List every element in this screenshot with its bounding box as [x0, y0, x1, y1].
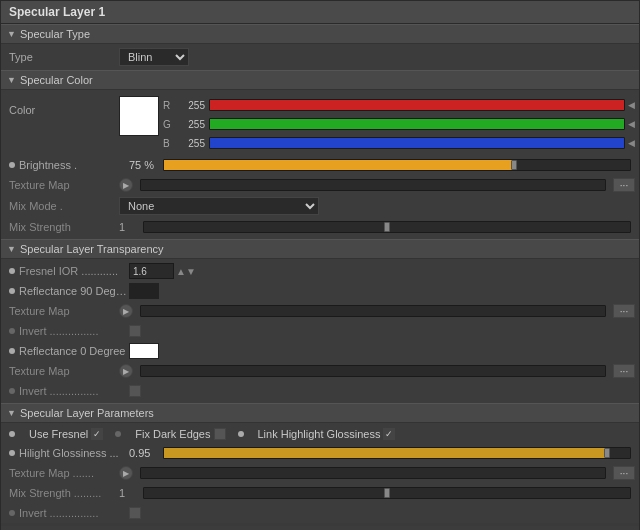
reflectance90-texture-label: Texture Map [9, 305, 119, 317]
invert2-dot [9, 388, 15, 394]
brightness-slider[interactable] [163, 159, 631, 171]
params-invert-label: Invert ................ [19, 507, 129, 519]
reflection-gloss-row: Reflection Glossiness 1 [1, 526, 639, 530]
params-invert-checkbox[interactable] [129, 507, 141, 519]
mix-strength-value: 1 [119, 221, 139, 233]
section-arrow-color: ▼ [7, 75, 16, 85]
mix-mode-label: Mix Mode . [9, 200, 119, 212]
color-texture-dots-btn[interactable]: ··· [613, 178, 635, 192]
r-value: 255 [177, 100, 205, 111]
params-checkboxes-row: Use Fresnel ✓ Fix Dark Edges Link Highli… [1, 425, 639, 443]
section-transparency-body: Fresnel IOR ............ ▲▼ Reflectance … [1, 259, 639, 403]
reflectance0-row: Reflectance 0 Degree [1, 341, 639, 361]
mix-strength-row: Mix Strength 1 [1, 217, 639, 237]
b-value: 255 [177, 138, 205, 149]
section-params-body: Use Fresnel ✓ Fix Dark Edges Link Highli… [1, 423, 639, 530]
reflectance0-dot [9, 348, 15, 354]
section-label-params: Specular Layer Parameters [20, 407, 154, 419]
reflectance90-texture-row: Texture Map ▶ ··· [1, 301, 639, 321]
use-fresnel-label: Use Fresnel [29, 428, 88, 440]
section-specular-color[interactable]: ▼ Specular Color [1, 70, 639, 90]
fresnel-input[interactable] [129, 263, 174, 279]
r-arrow[interactable]: ◀ [628, 100, 635, 110]
specular-layer-panel: Specular Layer 1 ▼ Specular Type Type Bl… [0, 0, 640, 530]
link-highlight-dot [238, 431, 244, 437]
r-label: R [163, 100, 175, 111]
reflectance0-texture-row: Texture Map ▶ ··· [1, 361, 639, 381]
reflectance0-texture-dots[interactable]: ··· [613, 364, 635, 378]
section-type-body: Type Blinn Phong [1, 44, 639, 70]
hilight-texture-row: Texture Map ....... ▶ ··· [1, 463, 639, 483]
section-specular-params[interactable]: ▼ Specular Layer Parameters [1, 403, 639, 423]
brightness-dot [9, 162, 15, 168]
fix-dark-dot [115, 431, 121, 437]
link-highlight-checkbox[interactable]: ✓ [383, 428, 395, 440]
type-row: Type Blinn Phong [1, 46, 639, 68]
params-invert-row: Invert ................ [1, 503, 639, 523]
panel-title-text: Specular Layer 1 [9, 5, 105, 19]
g-arrow[interactable]: ◀ [628, 119, 635, 129]
mix-mode-dropdown[interactable]: None [119, 197, 319, 215]
reflectance90-texture-btn[interactable]: ▶ [119, 304, 133, 318]
reflectance0-swatch[interactable] [129, 343, 159, 359]
hilight-gloss-slider[interactable] [163, 447, 631, 459]
use-fresnel-checkbox[interactable]: ✓ [91, 428, 103, 440]
color-main-row: Color R 255 ◀ G 255 [1, 92, 639, 155]
color-texture-btn[interactable]: ▶ [119, 178, 133, 192]
fix-dark-edges-item[interactable]: Fix Dark Edges [135, 428, 225, 440]
brightness-row: Brightness . 75 % [1, 155, 639, 175]
params-mix-strength-label: Mix Strength ......... [9, 487, 119, 499]
g-value: 255 [177, 119, 205, 130]
r-slider[interactable] [209, 99, 625, 111]
color-texture-label: Texture Map [9, 179, 119, 191]
mix-mode-row: Mix Mode . None [1, 195, 639, 217]
hilight-gloss-label: Hilight Glossiness ... [19, 447, 129, 459]
section-label-transparency: Specular Layer Transparency [20, 243, 164, 255]
hilight-texture-btn[interactable]: ▶ [119, 466, 133, 480]
fresnel-arrow[interactable]: ▲▼ [176, 266, 196, 277]
section-specular-transparency[interactable]: ▼ Specular Layer Transparency [1, 239, 639, 259]
color-swatch[interactable] [119, 96, 159, 136]
fresnel-row: Fresnel IOR ............ ▲▼ [1, 261, 639, 281]
section-arrow-transparency: ▼ [7, 244, 16, 254]
invert1-row: Invert ................ [1, 321, 639, 341]
color-texture-map-row: Texture Map ▶ ··· [1, 175, 639, 195]
type-dropdown[interactable]: Blinn Phong [119, 48, 189, 66]
brightness-value: 75 % [129, 159, 159, 171]
invert1-checkbox[interactable] [129, 325, 141, 337]
g-slider[interactable] [209, 118, 625, 130]
section-specular-type[interactable]: ▼ Specular Type [1, 24, 639, 44]
reflectance0-texture-label: Texture Map [9, 365, 119, 377]
invert1-label: Invert ................ [19, 325, 129, 337]
reflectance0-texture-btn[interactable]: ▶ [119, 364, 133, 378]
channel-group: R 255 ◀ G 255 ◀ [163, 96, 635, 153]
fix-dark-edges-checkbox[interactable] [214, 428, 226, 440]
color-label: Color [9, 96, 119, 116]
hilight-texture-slider[interactable] [140, 467, 606, 479]
reflectance90-texture-dots[interactable]: ··· [613, 304, 635, 318]
g-channel-row: G 255 ◀ [163, 115, 635, 133]
color-texture-slider[interactable] [140, 179, 606, 191]
invert2-label: Invert ................ [19, 385, 129, 397]
b-slider[interactable] [209, 137, 625, 149]
params-mix-strength-slider[interactable] [143, 487, 631, 499]
fresnel-label: Fresnel IOR ............ [19, 265, 129, 277]
reflectance90-swatch[interactable] [129, 283, 159, 299]
reflectance90-texture-slider[interactable] [140, 305, 606, 317]
reflectance90-row: Reflectance 90 Degree [1, 281, 639, 301]
invert2-checkbox[interactable] [129, 385, 141, 397]
hilight-texture-dots[interactable]: ··· [613, 466, 635, 480]
reflectance0-texture-slider[interactable] [140, 365, 606, 377]
brightness-label: Brightness . [19, 159, 129, 171]
b-arrow[interactable]: ◀ [628, 138, 635, 148]
params-mix-strength-row: Mix Strength ......... 1 [1, 483, 639, 503]
invert2-row: Invert ................ [1, 381, 639, 401]
reflectance0-label: Reflectance 0 Degree [19, 345, 129, 357]
hilight-texture-label: Texture Map ....... [9, 467, 119, 479]
use-fresnel-item[interactable]: Use Fresnel ✓ [29, 428, 103, 440]
invert1-dot [9, 328, 15, 334]
mix-strength-slider[interactable] [143, 221, 631, 233]
link-highlight-item[interactable]: Link Highlight Glossiness ✓ [258, 428, 396, 440]
b-channel-row: B 255 ◀ [163, 134, 635, 152]
hilight-gloss-value: 0.95 [129, 447, 159, 459]
